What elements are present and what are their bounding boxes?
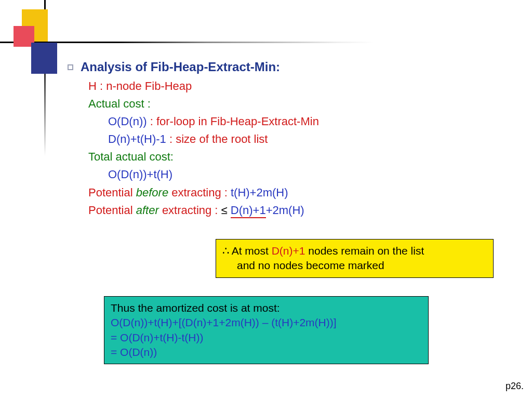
teal-line-3: = O(D(n)+t(H)-t(H)) — [111, 330, 422, 345]
yellow-text-b: nodes remain on the list — [305, 245, 424, 257]
actual-cost-label: Actual cost : — [68, 95, 494, 113]
yellow-callout-box: ∴ At most D(n)+1 nodes remain on the lis… — [216, 239, 494, 278]
actual2-term: D(n)+t(H)-1 — [108, 132, 166, 145]
pot-after-prefix: Potential — [88, 204, 136, 217]
pot-after-suffix: extracting : — [159, 204, 221, 217]
title-row: Analysis of Fib-Heap-Extract-Min: — [68, 60, 494, 74]
teal-line-1: Thus the amortized cost is at most: — [111, 301, 422, 315]
teal-line-4: = O(D(n)) — [111, 345, 422, 360]
pot-before-value: t(H)+2m(H) — [231, 186, 288, 199]
yellow-line-2: and no nodes become marked — [222, 258, 487, 273]
pot-after-tail: +2m(H) — [266, 204, 304, 217]
total-actual-value: O(D(n))+t(H) — [68, 166, 494, 183]
pot-after-underlined: D(n)+1 — [231, 204, 266, 218]
page-number: p26. — [506, 381, 524, 392]
slide: Analysis of Fib-Heap-Extract-Min: H : n-… — [0, 0, 532, 399]
pot-before-word: before — [136, 186, 168, 199]
teal-line-2: O(D(n))+t(H)+[(D(n)+1+2m(H)) – (t(H)+2m(… — [111, 315, 422, 330]
bullet-icon — [68, 64, 73, 70]
actual1-term: O(D(n)) — [108, 115, 147, 128]
yellow-line-1: ∴ At most D(n)+1 nodes remain on the lis… — [222, 244, 487, 258]
slide-title: Analysis of Fib-Heap-Extract-Min: — [81, 60, 280, 74]
yellow-dn1: D(n)+1 — [272, 245, 305, 257]
potential-before: Potential before extracting : t(H)+2m(H) — [68, 184, 494, 202]
total-actual-label: Total actual cost: — [68, 148, 494, 166]
heap-definition: H : n-node Fib-Heap — [68, 77, 494, 95]
yellow-text-a: At most — [229, 245, 272, 257]
therefore-symbol: ∴ — [222, 245, 229, 257]
actual-cost-line-2: D(n)+t(H)-1 : size of the root list — [68, 130, 494, 148]
leq-symbol: ≤ — [221, 204, 231, 217]
pot-after-word: after — [136, 204, 159, 217]
pot-before-prefix: Potential — [88, 186, 136, 199]
actual-cost-line-1: O(D(n)) : for-loop in Fib-Heap-Extract-M… — [68, 113, 494, 130]
teal-conclusion-box: Thus the amortized cost is at most: O(D(… — [104, 296, 429, 364]
pot-before-suffix: extracting : — [168, 186, 231, 199]
potential-after: Potential after extracting : ≤ D(n)+1+2m… — [68, 202, 494, 219]
actual2-desc: : size of the root list — [166, 132, 268, 145]
actual1-desc: : for-loop in Fib-Heap-Extract-Min — [147, 115, 319, 128]
navy-square-icon — [31, 43, 57, 74]
slide-body: Analysis of Fib-Heap-Extract-Min: H : n-… — [68, 60, 494, 219]
